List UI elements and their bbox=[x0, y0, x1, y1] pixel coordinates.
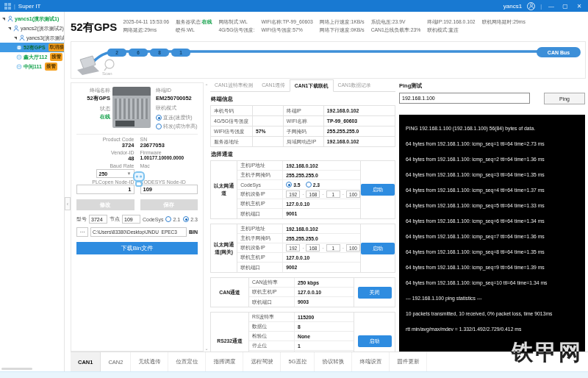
model-input[interactable] bbox=[89, 215, 107, 224]
ip-segment-input[interactable]: 100 bbox=[346, 190, 360, 198]
sidebar-scrollbar[interactable] bbox=[1, 368, 32, 370]
channel-row: CAN波特率250 kbps bbox=[249, 278, 354, 288]
maximize-button[interactable]: ▢ bbox=[561, 3, 570, 10]
channel-row-label: 主机子网掩码 bbox=[237, 171, 283, 179]
can-node[interactable]: 1 bbox=[171, 49, 190, 57]
scroll-down-icon[interactable]: ⌄ bbox=[204, 346, 208, 351]
codesys-version-radio[interactable]: 2.1 bbox=[165, 216, 180, 222]
codesys-version-radio[interactable]: 2.3 bbox=[183, 216, 198, 222]
stop-button[interactable]: 关闭 bbox=[358, 287, 392, 299]
sidebar-device-row[interactable]: 鑫大厅112接管 bbox=[0, 52, 64, 62]
node-input[interactable] bbox=[122, 215, 140, 224]
tab-CAN1透传[interactable]: CAN1透传 bbox=[257, 79, 290, 91]
ip-segment-input[interactable]: 168 bbox=[306, 244, 320, 252]
modify-button[interactable]: 修改 bbox=[76, 199, 135, 210]
titlebar-divider: | bbox=[540, 4, 542, 9]
expander-icon[interactable] bbox=[2, 18, 5, 21]
bottom-tab-远程驾驶[interactable]: 远程驾驶 bbox=[243, 352, 281, 371]
bottom-tab-无线透传[interactable]: 无线透传 bbox=[131, 352, 168, 371]
ping-output-line: 64 bytes from 192.168.1.100: icmp_seq=9 … bbox=[406, 260, 578, 275]
avatar[interactable] bbox=[527, 2, 535, 10]
sidebar-device-row[interactable]: 中间111接管 bbox=[0, 62, 64, 71]
close-button[interactable]: ✕ bbox=[575, 3, 584, 10]
codesys-node-id-input[interactable] bbox=[140, 185, 198, 194]
bottom-tab-固件更新[interactable]: 固件更新 bbox=[390, 352, 427, 371]
can-node[interactable]: 8 bbox=[150, 49, 169, 57]
minimize-button[interactable]: — bbox=[547, 3, 556, 10]
channels-title: 选择通道 bbox=[211, 151, 395, 158]
scroll-up-icon[interactable]: ⌃ bbox=[204, 83, 208, 88]
channel-row-value: 127.0.0.10 bbox=[295, 290, 354, 295]
channel-row-label: 联机主机IP bbox=[237, 199, 283, 208]
terminal-info-title: 终端信息 bbox=[211, 96, 395, 103]
start-button[interactable]: 启动 bbox=[361, 184, 395, 196]
browse-button[interactable]: ⋯ bbox=[76, 227, 88, 237]
sidebar-collapse-button[interactable]: ‹ bbox=[65, 197, 71, 210]
save-button[interactable]: 保存 bbox=[140, 199, 198, 210]
ip-segment-input[interactable]: 168 bbox=[306, 190, 320, 198]
header-stat: 终端IP:192.168.0.102联机模式:直连 bbox=[427, 18, 475, 41]
ip-segment-input[interactable]: 192 bbox=[286, 244, 300, 252]
user-icon bbox=[13, 25, 19, 32]
tab-CAN1下载联机[interactable]: CAN1下载联机 bbox=[290, 79, 334, 92]
codesys-channel-radio[interactable]: 2.3 bbox=[306, 182, 320, 188]
channel-row-value: 192·168·1·100 bbox=[283, 244, 360, 252]
expander-icon[interactable] bbox=[14, 37, 17, 40]
bottom-tab-终端设置[interactable]: 终端设置 bbox=[352, 352, 390, 371]
link-mode-radio[interactable]: 转发(成功率高) bbox=[156, 123, 198, 130]
header-stat: 2025-04-11 15:53:06网络延迟:29ms bbox=[123, 18, 169, 41]
channel-row-label: 检验位 bbox=[249, 332, 295, 340]
sidebar-user-row[interactable]: yancs1(演示测试1) bbox=[0, 14, 64, 24]
baud-rate-select[interactable]: 250▼ bbox=[96, 169, 135, 178]
scan-button[interactable]: Scan bbox=[102, 71, 112, 76]
ip-segment-input[interactable]: 1 bbox=[326, 244, 340, 252]
bottom-tab-位置定位[interactable]: 位置定位 bbox=[168, 352, 206, 371]
sidebar-device-row[interactable]: 52有GPS取消接管 bbox=[0, 43, 64, 52]
bottom-tab-CAN1[interactable]: CAN1 bbox=[71, 352, 101, 371]
ip-segment-input[interactable]: 1 bbox=[326, 190, 340, 198]
plcopen-node-id-input[interactable] bbox=[76, 185, 135, 194]
start-button[interactable]: 启动 bbox=[358, 335, 392, 347]
stat-bottom: 网络下行速度:0KB/s bbox=[320, 26, 365, 34]
bottom-tab-5G遥控[interactable]: 5G遥控 bbox=[281, 352, 315, 371]
info-label: WIFI名称 bbox=[283, 116, 323, 126]
node-label: 节点 bbox=[110, 215, 120, 223]
tab-CAN1波特率检测[interactable]: CAN1波特率检测 bbox=[210, 79, 257, 91]
bin-path-input[interactable] bbox=[90, 227, 187, 237]
can-node[interactable]: 6 bbox=[129, 49, 148, 57]
link-mode-radio[interactable]: 直连(速度快) bbox=[156, 114, 198, 121]
ip-segment-input[interactable]: 100 bbox=[346, 244, 360, 252]
codesys-channel-radio[interactable]: 3.5 bbox=[286, 182, 300, 188]
stat-bottom: 4G/5G信号强度: bbox=[218, 26, 254, 34]
ping-output-line: 64 bytes from 192.168.1.100: icmp_seq=1 … bbox=[406, 136, 578, 151]
info-value: TP-99_60603 bbox=[323, 116, 395, 126]
table-row: 4G/5G信号强度WIFI名称TP-99_60603 bbox=[211, 116, 395, 126]
ping-output-line: 64 bytes from 192.168.1.100: icmp_seq=6 … bbox=[406, 213, 578, 229]
bottom-tab-CAN2[interactable]: CAN2 bbox=[101, 352, 131, 371]
sidebar-user-row[interactable]: yancs3(演示测试3) bbox=[0, 33, 64, 43]
ip-dot: · bbox=[343, 192, 344, 197]
bottom-tab-指挥调度[interactable]: 指挥调度 bbox=[206, 352, 243, 371]
can-node[interactable]: 2 bbox=[107, 49, 126, 57]
takeover-button[interactable]: 接管 bbox=[45, 63, 57, 71]
stat-bottom: CAN1总线负载率:23% bbox=[371, 26, 421, 34]
tab-CAN1数据记录[interactable]: CAN1数据记录 bbox=[334, 79, 376, 91]
ping-button[interactable]: Ping bbox=[544, 93, 585, 104]
ping-input[interactable] bbox=[399, 93, 530, 104]
ip-segment-input[interactable]: 192 bbox=[286, 190, 300, 198]
download-bin-button[interactable]: 下载Bin文件 bbox=[76, 242, 198, 254]
window-bottom-edge bbox=[0, 371, 588, 378]
table-row: 服务器地址局域网动态IP192.168.0.102 bbox=[211, 137, 395, 147]
expander-icon[interactable] bbox=[8, 27, 11, 30]
sidebar-user-row[interactable]: yancs2(演示测试2) bbox=[0, 24, 64, 33]
bottom-tab-协议转换[interactable]: 协议转换 bbox=[315, 352, 352, 371]
channel-row-value: 8 bbox=[295, 324, 354, 329]
channel-row-label: 联机主机IP bbox=[249, 288, 295, 296]
start-button[interactable]: 启动 bbox=[361, 243, 395, 254]
takeover-button[interactable]: 取消接管 bbox=[49, 43, 65, 51]
takeover-button[interactable]: 接管 bbox=[50, 53, 62, 61]
info-label: 终端IP bbox=[283, 106, 323, 116]
titlebar-divider: | bbox=[14, 4, 15, 9]
radio-label: 2.3 bbox=[313, 182, 320, 188]
terminal-id: EM250700052 bbox=[156, 95, 198, 101]
